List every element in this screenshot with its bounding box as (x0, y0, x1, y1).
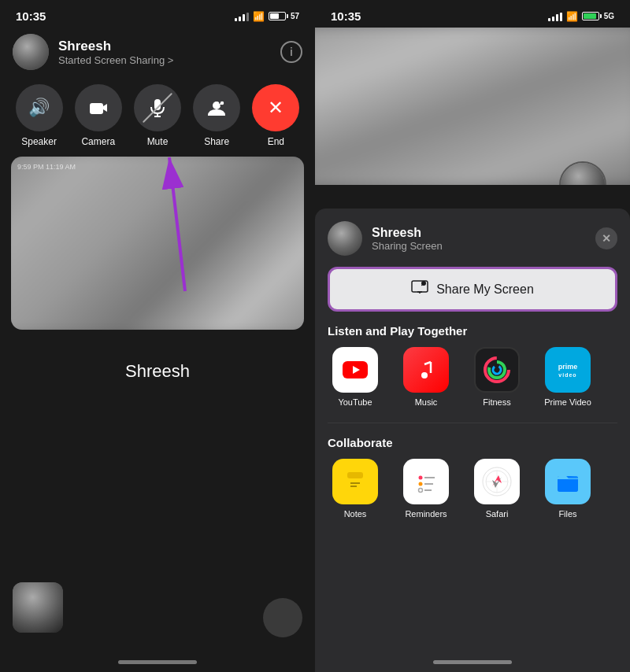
contact-name: Shreesh (58, 39, 271, 54)
battery-left: 57 (269, 12, 299, 20)
battery-right: 5G (582, 12, 614, 20)
camera-label: Camera (81, 136, 115, 147)
signal-icon (235, 12, 249, 21)
speaker-icon: 🔊 (16, 84, 63, 131)
prime-label: Prime Video (544, 397, 591, 407)
safari-label: Safari (486, 509, 509, 519)
signal-icon-right (548, 12, 562, 21)
camera-icon (75, 84, 122, 131)
svg-point-18 (491, 364, 502, 375)
status-bar-right: 10:35 📶 5G (315, 0, 630, 28)
sheet-info: Shreesh Sharing Screen (372, 226, 586, 252)
end-icon: ✕ (252, 84, 299, 131)
mute-control[interactable]: Mute (134, 84, 181, 147)
end-control[interactable]: ✕ End (252, 84, 299, 147)
home-indicator-left (118, 660, 197, 664)
collaborate-section-title: Collaborate (328, 436, 617, 449)
music-app[interactable]: Music (398, 347, 454, 407)
share-sheet: Shreesh Sharing Screen ✕ Share My Screen… (315, 209, 630, 672)
svg-rect-0 (90, 103, 103, 114)
files-label: Files (558, 509, 576, 519)
share-icon (193, 84, 240, 131)
svg-rect-20 (347, 472, 363, 478)
reminders-icon (403, 459, 449, 504)
safari-icon (474, 459, 520, 504)
collaborate-apps-row: Notes Reminders (328, 459, 617, 519)
speaker-control[interactable]: 🔊 Speaker (16, 84, 63, 147)
contact-sub: Started Screen Sharing > (58, 54, 271, 66)
reminders-app[interactable]: Reminders (398, 459, 454, 519)
notes-app[interactable]: Notes (328, 459, 383, 519)
svg-marker-1 (103, 104, 107, 112)
sheet-header: Shreesh Sharing Screen ✕ (328, 221, 617, 256)
svg-point-15 (421, 372, 428, 378)
home-indicator-right (433, 660, 512, 664)
sheet-avatar (328, 221, 362, 256)
share-control[interactable]: Share (193, 84, 240, 147)
prime-app[interactable]: prime video Prime Video (540, 347, 595, 407)
left-panel: 10:35 📶 57 Shreesh Started Scree (0, 0, 315, 672)
svg-point-26 (419, 482, 423, 486)
fitness-label: Fitness (483, 397, 510, 407)
end-label: End (268, 136, 284, 147)
self-preview-left (13, 582, 63, 633)
purple-arrow (146, 142, 209, 302)
listen-section-title: Listen and Play Together (328, 324, 617, 338)
status-icons-right: 📶 5G (548, 11, 614, 22)
contact-info: Shreesh Started Screen Sharing > (58, 39, 271, 66)
close-button[interactable]: ✕ (595, 227, 617, 249)
prime-icon: prime video (545, 347, 591, 393)
reminders-label: Reminders (405, 509, 447, 519)
status-icons-left: 📶 57 (235, 11, 299, 22)
svg-line-8 (169, 157, 185, 291)
notes-label: Notes (344, 509, 367, 519)
sheet-name: Shreesh (372, 226, 586, 240)
video-timestamp: 9:59 PM 11:19 AM (17, 163, 76, 171)
fitness-icon (474, 347, 520, 393)
wifi-icon: 📶 (253, 11, 265, 22)
files-icon (545, 459, 591, 504)
sheet-sub: Sharing Screen (372, 240, 586, 252)
youtube-label: YouTube (338, 397, 372, 407)
svg-point-24 (419, 476, 423, 480)
section-divider (328, 423, 617, 423)
circle-button-left[interactable] (263, 598, 302, 637)
notes-icon (332, 459, 378, 504)
time-left: 10:35 (16, 9, 46, 23)
svg-point-17 (489, 362, 505, 378)
avatar (13, 34, 49, 70)
status-bar-left: 10:35 📶 57 (0, 0, 315, 28)
contact-header: Shreesh Started Screen Sharing > i (0, 28, 315, 76)
info-button[interactable]: i (280, 41, 302, 63)
mute-icon (134, 84, 181, 131)
music-label: Music (415, 397, 438, 407)
callee-name: Shreesh (0, 361, 315, 382)
youtube-icon (332, 347, 378, 393)
listen-apps-row: YouTube Music (328, 347, 617, 407)
camera-control[interactable]: Camera (75, 84, 122, 147)
safari-app[interactable]: Safari (469, 459, 524, 519)
fitness-app[interactable]: Fitness (469, 347, 524, 407)
share-my-screen-label: Share My Screen (436, 282, 534, 297)
files-app[interactable]: Files (540, 459, 595, 519)
music-icon (403, 347, 449, 393)
share-my-screen-button[interactable]: Share My Screen (328, 267, 617, 312)
wifi-icon-right: 📶 (566, 11, 578, 22)
youtube-app[interactable]: YouTube (328, 347, 383, 407)
video-top-right (315, 28, 630, 185)
time-right: 10:35 (331, 9, 361, 23)
right-panel: 10:35 📶 5G (315, 0, 630, 672)
speaker-label: Speaker (21, 136, 57, 147)
share-screen-icon (411, 280, 428, 298)
